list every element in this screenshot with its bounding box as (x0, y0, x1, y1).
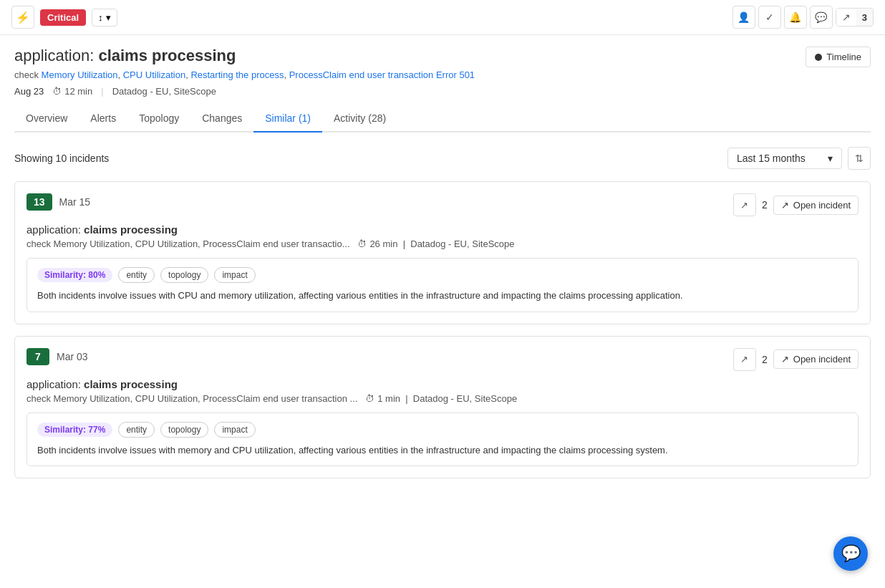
sort-button[interactable]: ↕ ▾ (92, 9, 117, 26)
card-1-clock-icon: ⏱ (357, 238, 367, 249)
card-1-similarity-tags: Similarity: 80% entity topology impact (37, 267, 848, 283)
lightning-button[interactable]: ⚡ (11, 6, 34, 29)
tab-activity[interactable]: Activity (28) (322, 105, 397, 132)
incident-card-1: 13 Mar 15 ↗ 2 ↗ Open incident applicatio… (14, 181, 871, 324)
card-1-tag-entity: entity (118, 267, 155, 283)
incident-header-wrapper: Timeline application: claims processing … (14, 47, 871, 97)
card-1-title-prefix: application: (26, 223, 84, 236)
incident-monitors: check Memory Utilization, CPU Utilizatio… (14, 69, 871, 80)
duration-value: 12 min (64, 86, 92, 97)
timeline-button[interactable]: Timeline (806, 47, 871, 67)
tabs: Overview Alerts Topology Changes Similar… (14, 105, 871, 132)
card-2-tag-topology: topology (160, 422, 208, 438)
top-bar-left: ⚡ Critical ↕ ▾ (11, 6, 117, 29)
card-2-similarity-desc: Both incidents involve issues with memor… (37, 443, 848, 458)
time-range-label: Last 15 months (737, 153, 806, 164)
external-link-icon: ↗ (781, 200, 789, 211)
check-icon: ✓ (765, 11, 774, 23)
monitor-link-memory[interactable]: Memory Utilization (42, 69, 118, 80)
card-1-title-bold: claims processing (84, 223, 178, 236)
card-1-top-right: ↗ 2 ↗ Open incident (733, 193, 859, 216)
card-1-forward-button[interactable]: ↗ (733, 193, 756, 216)
filter-row: Last 15 months ▾ ⇅ (727, 147, 871, 170)
user-icon: 👤 (738, 11, 750, 23)
card-1-monitors-text: check Memory Utilization, CPU Utilizatio… (26, 238, 350, 249)
meta-sep: | (101, 86, 103, 97)
message-button[interactable]: 💬 (810, 6, 833, 29)
card-2-forward-icon: ↗ (740, 354, 748, 365)
incident-title: application: claims processing (14, 47, 871, 65)
incident-title-bold: claims processing (98, 47, 236, 64)
time-range-dropdown[interactable]: Last 15 months ▾ (727, 148, 842, 169)
incident-date: Aug 23 (14, 86, 44, 97)
incident-duration: ⏱ 12 min (52, 86, 92, 97)
card-1-top-left: 13 Mar 15 (26, 193, 90, 211)
card-2-sources: Datadog - EU, SiteScope (413, 393, 517, 404)
tab-topology[interactable]: Topology (127, 105, 190, 132)
top-bar-right: 👤 ✓ 🔔 💬 ↗ 3 (732, 6, 874, 29)
card-2-number: 7 (26, 348, 49, 365)
timeline-label: Timeline (826, 52, 861, 62)
card-1-sources: Datadog - EU, SiteScope (410, 238, 514, 249)
critical-badge: Critical (40, 9, 86, 26)
bell-icon: 🔔 (789, 11, 801, 23)
check-button[interactable]: ✓ (758, 6, 781, 29)
share-icon: ↗ (842, 11, 851, 23)
card-2-duration-wrapper: ⏱ 1 min (365, 393, 400, 404)
incident-card-2: 7 Mar 03 ↗ 2 ↗ Open incident application… (14, 336, 871, 479)
monitor-link-processclaim[interactable]: ProcessClaim end user transaction Error … (289, 69, 475, 80)
card-1-title: application: claims processing (26, 223, 859, 236)
chevron-down-icon: ▾ (828, 153, 833, 164)
card-2-title-bold: claims processing (84, 378, 178, 390)
clock-icon: ⏱ (52, 86, 62, 97)
tab-changes[interactable]: Changes (190, 105, 253, 132)
card-1-number: 13 (26, 193, 52, 211)
card-1-similarity-box: Similarity: 80% entity topology impact B… (26, 258, 859, 312)
monitor-link-cpu[interactable]: CPU Utilization (123, 69, 185, 80)
user-button[interactable]: 👤 (732, 6, 755, 29)
card-2-external-link-icon: ↗ (781, 354, 789, 365)
card-2-date: Mar 03 (57, 351, 88, 362)
card-1-tag-impact: impact (214, 267, 255, 283)
card-1-open-label: Open incident (793, 200, 851, 211)
card-1-duration-wrapper: ⏱ 26 min (357, 238, 397, 249)
card-2-tag-entity: entity (118, 422, 155, 438)
card-2-monitors: check Memory Utilization, CPU Utilizatio… (26, 393, 859, 404)
card-2-open-button[interactable]: ↗ Open incident (773, 350, 859, 369)
top-bar: ⚡ Critical ↕ ▾ 👤 ✓ 🔔 💬 ↗ 3 (0, 0, 885, 35)
incident-meta: Aug 23 ⏱ 12 min | Datadog - EU, SiteScop… (14, 86, 871, 97)
share-icon-part: ↗ (836, 9, 856, 26)
card-1-date: Mar 15 (59, 196, 91, 208)
card-2-top-left: 7 Mar 03 (26, 348, 88, 365)
message-icon: 💬 (815, 11, 827, 23)
incident-sources: Datadog - EU, SiteScope (112, 86, 216, 97)
card-2-title: application: claims processing (26, 378, 859, 390)
card-1-open-button[interactable]: ↗ Open incident (773, 196, 859, 215)
sort-incidents-button[interactable]: ⇅ (848, 147, 871, 170)
card-2-open-label: Open incident (793, 354, 851, 365)
share-count-button[interactable]: ↗ 3 (836, 8, 874, 26)
card-2-monitors-text: check Memory Utilization, CPU Utilizatio… (26, 393, 357, 404)
card-1-monitors: check Memory Utilization, CPU Utilizatio… (26, 238, 859, 249)
sort-icon: ↕ (98, 12, 103, 23)
bell-button[interactable]: 🔔 (784, 6, 807, 29)
card-1-similarity-badge: Similarity: 80% (37, 268, 112, 282)
card-1-similarity-desc: Both incidents involve issues with CPU a… (37, 289, 848, 303)
monitor-link-restart[interactable]: Restarting the process (190, 69, 284, 80)
lightning-icon: ⚡ (16, 11, 30, 24)
card-2-similarity-tags: Similarity: 77% entity topology impact (37, 422, 848, 438)
card-2-forward-button[interactable]: ↗ (733, 348, 756, 371)
share-count: 3 (856, 9, 873, 26)
card-2-similarity-box: Similarity: 77% entity topology impact B… (26, 413, 859, 467)
main-content: Timeline application: claims processing … (0, 35, 885, 501)
tab-alerts[interactable]: Alerts (79, 105, 127, 132)
card-2-top: 7 Mar 03 ↗ 2 ↗ Open incident (26, 348, 859, 371)
card-2-similarity-badge: Similarity: 77% (37, 423, 112, 437)
tab-similar[interactable]: Similar (1) (253, 105, 322, 132)
tab-overview[interactable]: Overview (14, 105, 79, 132)
card-2-forward-count: 2 (762, 354, 768, 365)
sort-arrows-icon: ⇅ (855, 153, 864, 164)
card-1-top: 13 Mar 15 ↗ 2 ↗ Open incident (26, 193, 859, 216)
similar-header: Showing 10 incidents Last 15 months ▾ ⇅ (14, 147, 871, 170)
card-2-title-prefix: application: (26, 378, 84, 390)
